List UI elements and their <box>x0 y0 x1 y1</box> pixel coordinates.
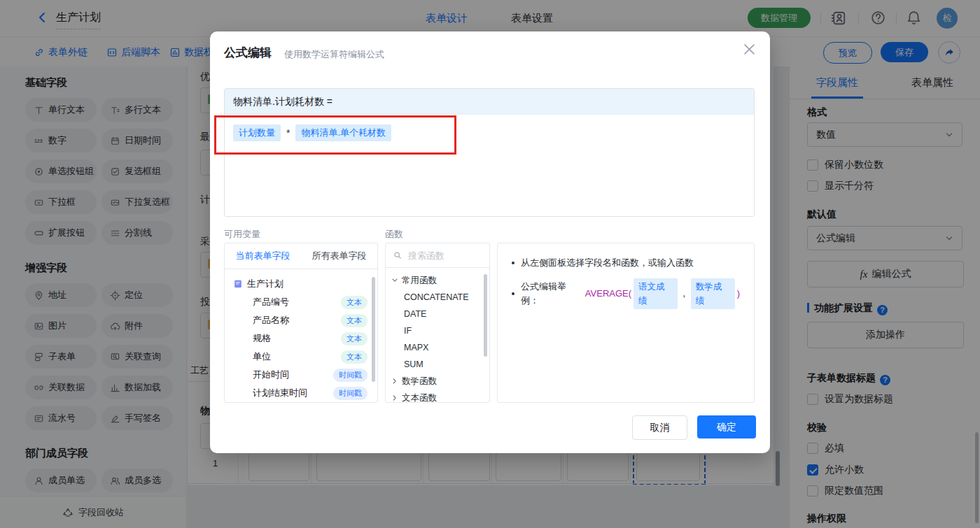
variable-name: 产品编号 <box>253 296 289 308</box>
variables-scrollbar[interactable] <box>372 277 375 382</box>
close-icon <box>744 44 755 55</box>
function-item[interactable]: DATE <box>386 306 489 322</box>
variable-item[interactable]: 计划结束时间时间戳 <box>233 384 377 402</box>
tab-current-form-fields[interactable]: 当前表单字段 <box>225 243 301 269</box>
example-field-token: 语文成绩 <box>634 278 678 309</box>
function-group-common[interactable]: 常用函数 <box>386 272 489 289</box>
caret-down-icon <box>391 277 398 284</box>
operator: * <box>286 127 290 138</box>
functions-panel: 常用函数 CONCATENATE DATE IF MAPX SUM 数学函数 文… <box>385 243 490 403</box>
caret-right-icon <box>391 378 398 385</box>
formula-editor-modal: 公式编辑 使用数学运算符编辑公式 物料清单.计划耗材数 = 计划数量 * 物料清… <box>210 31 770 453</box>
caret-right-icon <box>391 394 398 401</box>
bullet-icon <box>512 292 514 295</box>
help-line-2: 公式编辑举例：AVERAGE( 语文成绩， 数学成绩) <box>512 278 740 309</box>
group-label: 常用函数 <box>402 275 437 287</box>
variable-name: 规格 <box>253 332 271 345</box>
variable-item[interactable]: 产品名称文本 <box>233 311 377 329</box>
functions-scrollbar[interactable] <box>484 274 487 357</box>
function-item[interactable]: SUM <box>386 356 489 373</box>
type-badge: 时间戳 <box>333 387 368 400</box>
function-item[interactable]: MAPX <box>386 339 489 356</box>
variables-label: 可用变量 <box>224 228 260 241</box>
formula-target: 物料清单.计划耗材数 = <box>225 89 754 115</box>
function-group-math[interactable]: 数学函数 <box>386 373 489 390</box>
variable-item[interactable]: 产品编号文本 <box>233 293 377 311</box>
functions-label: 函数 <box>385 228 403 241</box>
type-badge: 文本 <box>341 350 368 364</box>
function-search <box>386 243 489 268</box>
variables-tabs: 当前表单字段 所有表单字段 <box>225 243 377 269</box>
function-name: AVERAGE( <box>585 287 631 301</box>
variable-item[interactable]: 开始时间时间戳 <box>233 366 377 384</box>
help-text: 从左侧面板选择字段名和函数，或输入函数 <box>521 256 694 270</box>
variable-name: 产品名称 <box>253 314 289 327</box>
confirm-button[interactable]: 确定 <box>697 415 756 438</box>
help-panel: 从左侧面板选择字段名和函数，或输入函数 公式编辑举例：AVERAGE( 语文成绩… <box>497 243 755 403</box>
function-close: ) <box>737 287 740 301</box>
bullet-icon <box>512 262 514 264</box>
variables-panel: 当前表单字段 所有表单字段 生产计划 产品编号文本 产品名称文本 规格文本 单位… <box>224 243 378 403</box>
close-button[interactable] <box>744 44 755 55</box>
type-badge: 文本 <box>341 296 368 309</box>
variable-name: 单位 <box>253 350 271 363</box>
variable-item[interactable]: 规格文本 <box>233 329 377 348</box>
function-item[interactable]: CONCATENATE <box>386 289 489 306</box>
formula-editor: 物料清单.计划耗材数 = 计划数量 * 物料清单.单个耗材数 <box>224 88 755 217</box>
modal-subtitle: 使用数学运算符编辑公式 <box>284 48 384 61</box>
variables-tree-root[interactable]: 生产计划 <box>233 275 377 293</box>
tree-root-label: 生产计划 <box>247 278 284 290</box>
search-icon <box>393 250 402 260</box>
help-example: 公式编辑举例：AVERAGE( 语文成绩， 数学成绩) <box>521 278 740 309</box>
field-token[interactable]: 计划数量 <box>233 124 281 141</box>
variable-item[interactable]: 单位文本 <box>233 348 377 366</box>
group-label: 数学函数 <box>402 376 437 387</box>
type-badge: 文本 <box>341 332 368 345</box>
variable-name: 开始时间 <box>253 369 289 381</box>
modal-title: 公式编辑 <box>224 45 272 61</box>
app: 生产计划 表单设计 表单设置 数据管理 检 表单外链 后端脚本 数据权 <box>0 0 980 528</box>
cancel-button[interactable]: 取消 <box>632 415 687 440</box>
variable-name: 计划结束时间 <box>253 387 307 399</box>
group-label: 文本函数 <box>402 392 437 404</box>
example-field-token: 数学成绩 <box>691 278 735 309</box>
form-doc-icon <box>233 279 243 289</box>
type-badge: 文本 <box>341 314 368 327</box>
function-item[interactable]: IF <box>386 322 489 339</box>
function-group-text[interactable]: 文本函数 <box>386 390 489 406</box>
function-search-input[interactable] <box>407 250 474 262</box>
tab-all-form-fields[interactable]: 所有表单字段 <box>301 243 377 269</box>
type-badge: 时间戳 <box>333 369 368 382</box>
field-token[interactable]: 物料清单.单个耗材数 <box>295 124 391 141</box>
help-line-1: 从左侧面板选择字段名和函数，或输入函数 <box>512 256 740 270</box>
formula-expression[interactable]: 计划数量 * 物料清单.单个耗材数 <box>225 115 754 151</box>
